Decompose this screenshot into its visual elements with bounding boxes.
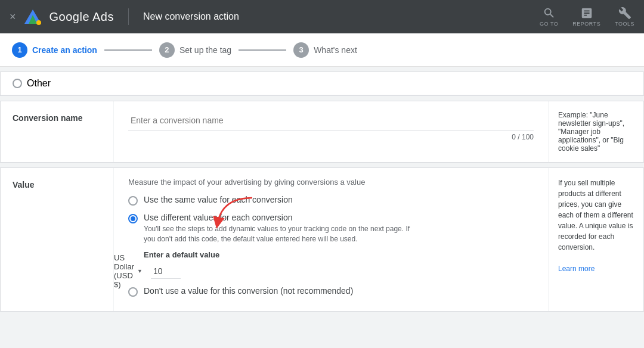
tools-label: TOOLS [615,21,634,27]
nav-divider [128,8,129,25]
conversion-name-center: 0 / 100 [114,101,548,162]
different-value-option[interactable]: Use different values for each conversion… [128,213,534,279]
other-radio[interactable] [13,79,22,88]
step-3-circle: 3 [293,42,309,58]
same-value-option[interactable]: Use the same value for each conversion [128,195,534,206]
same-value-radio[interactable] [128,196,138,206]
different-value-radio[interactable] [128,214,138,223]
no-value-radio[interactable] [128,287,138,297]
value-description: Measure the impact of your advertising b… [128,178,534,187]
goto-button[interactable]: GO TO [540,7,558,27]
different-value-subtext: You'll see the steps to add dynamic valu… [144,224,418,244]
conversion-name-example: Example: "June newsletter sign-ups", "Ma… [558,111,624,153]
conversion-name-side-note: Example: "June newsletter sign-ups", "Ma… [548,101,643,162]
main-content: Other Conversion name 0 / 100 Example: "… [0,67,644,348]
step-3[interactable]: 3 What's next [293,42,357,58]
default-value-row: US Dollar (USD $) US Dollar (USD $) [144,264,418,279]
value-side-note: If you sell multiple products at differe… [548,168,643,311]
other-row: Other [1,72,643,95]
step-1-label: Create an action [32,45,97,55]
close-button[interactable]: × [10,11,16,23]
step-bar: 1 Create an action 2 Set up the tag 3 Wh… [0,33,644,67]
different-value-label: Use different values for each conversion [144,213,418,222]
value-center: Measure the impact of your advertising b… [114,168,548,311]
step-1[interactable]: 1 Create an action [12,42,97,58]
brand-name: Google Ads [49,10,114,24]
other-card: Other [0,72,644,96]
google-ads-logo-icon [23,7,42,26]
reports-button[interactable]: REPORTS [572,7,600,27]
conversion-name-section-label: Conversion name [1,101,114,162]
svg-point-2 [36,20,41,25]
conversion-name-input[interactable] [128,111,534,130]
currency-text: US Dollar (USD $) [114,253,134,289]
conversion-name-card: Conversion name 0 / 100 Example: "June n… [0,101,644,163]
learn-more-link[interactable]: Learn more [558,265,595,273]
step-connector-1 [104,49,152,51]
same-value-label: Use the same value for each conversion [144,195,293,204]
step-2-circle: 2 [159,42,175,58]
step-connector-2 [239,49,286,51]
step-1-circle: 1 [12,42,27,58]
default-value-label: Enter a default value [144,250,418,259]
nav-actions: GO TO REPORTS TOOLS [540,7,634,27]
page-title: New conversion action [143,11,239,22]
value-inner: Value Measure the impact of your adverti… [1,168,643,311]
step-3-label: What's next [314,45,357,55]
goto-label: GO TO [540,21,558,27]
top-nav: × Google Ads New conversion action GO TO… [0,0,644,33]
no-value-option[interactable]: Don't use a value for this conversion (n… [128,286,534,297]
tools-button[interactable]: TOOLS [615,7,634,27]
conversion-name-inner: Conversion name 0 / 100 Example: "June n… [1,101,643,162]
step-2-label: Set up the tag [179,45,231,55]
char-count: 0 / 100 [128,133,534,141]
value-section-label: Value [1,168,114,311]
reports-label: REPORTS [572,21,600,27]
step-2[interactable]: 2 Set up the tag [159,42,231,58]
value-side-note-text: If you sell multiple products at differe… [558,178,634,274]
other-label: Other [27,78,51,89]
value-card: Value Measure the impact of your adverti… [0,167,644,312]
no-value-label: Don't use a value for this conversion (n… [144,286,353,296]
